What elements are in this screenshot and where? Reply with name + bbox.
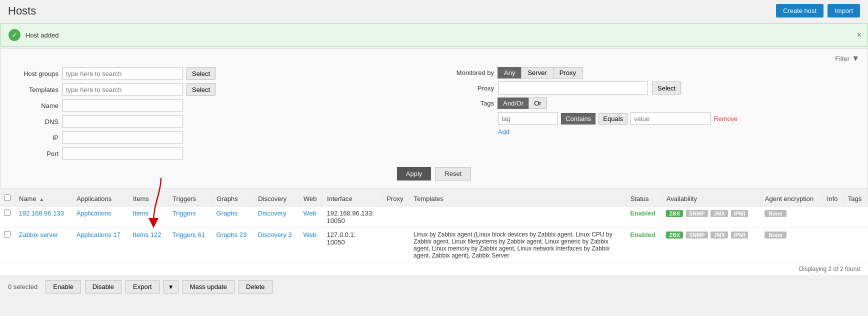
host-groups-select-button[interactable]: Select bbox=[186, 67, 216, 80]
row1-status-badge: Enabled bbox=[630, 210, 656, 217]
notification-close-button[interactable]: × bbox=[857, 30, 862, 40]
row1-ipmi-badge: IPMI bbox=[731, 210, 748, 217]
host-groups-input[interactable] bbox=[62, 67, 182, 80]
row2-availability: ZBX SNMP JMX IPMI bbox=[662, 228, 760, 262]
row1-items: Items bbox=[128, 206, 168, 228]
templates-select-button[interactable]: Select bbox=[186, 83, 216, 96]
tag-name-input[interactable] bbox=[498, 112, 558, 125]
row2-name-link[interactable]: Zabbix server bbox=[19, 231, 58, 238]
row1-graphs: Graphs bbox=[212, 206, 254, 228]
displaying-count: Displaying 2 of 2 found bbox=[0, 262, 868, 276]
row2-interface: 127.0.0.1:10050 bbox=[323, 228, 382, 262]
templates-input[interactable] bbox=[62, 83, 182, 96]
col-name[interactable]: Name ▲ bbox=[15, 191, 72, 206]
monitored-server-button[interactable]: Server bbox=[521, 67, 553, 78]
row2-checkbox-cell bbox=[0, 228, 15, 262]
row2-items: Items 122 bbox=[128, 228, 168, 262]
monitored-proxy-button[interactable]: Proxy bbox=[553, 67, 582, 78]
notification-message: Host added bbox=[26, 32, 59, 39]
monitored-any-button[interactable]: Any bbox=[498, 67, 522, 78]
row2-graphs: Graphs 23 bbox=[212, 228, 254, 262]
tags-label: Tags bbox=[444, 98, 494, 107]
row1-discovery-link[interactable]: Discovery bbox=[258, 210, 286, 217]
col-graphs: Graphs bbox=[212, 191, 254, 206]
col-tags: Tags bbox=[844, 191, 868, 206]
row1-availability: ZBX SNMP JMX IPMI bbox=[662, 206, 760, 228]
tag-or-button[interactable]: Or bbox=[528, 98, 546, 109]
row1-triggers: Triggers bbox=[168, 206, 212, 228]
filter-left: Host groups Select Templates Select Name… bbox=[8, 67, 424, 160]
col-availability: Availability bbox=[662, 191, 760, 206]
row1-checkbox[interactable] bbox=[4, 210, 10, 216]
notification-bar: ✓ Host added × bbox=[0, 24, 868, 46]
row2-discovery: Discovery 3 bbox=[254, 228, 300, 262]
proxy-input[interactable] bbox=[498, 82, 648, 94]
row1-name-link[interactable]: 192.168.96.133 bbox=[19, 210, 64, 217]
name-input[interactable] bbox=[62, 99, 182, 112]
row2-discovery-link[interactable]: Discovery 3 bbox=[258, 231, 292, 238]
proxy-select-button[interactable]: Select bbox=[652, 82, 681, 94]
delete-button[interactable]: Delete bbox=[238, 280, 272, 294]
row2-applications-link[interactable]: Applications 17 bbox=[76, 231, 120, 238]
ip-input[interactable] bbox=[62, 131, 182, 144]
col-encryption: Agent encryption bbox=[760, 191, 822, 206]
row2-ipmi-badge: IPMI bbox=[731, 232, 748, 238]
success-icon: ✓ bbox=[8, 29, 20, 41]
row2-triggers-link[interactable]: Triggers 61 bbox=[172, 231, 205, 238]
row2-status: Enabled bbox=[626, 228, 662, 262]
row1-items-link[interactable]: Items bbox=[132, 210, 148, 217]
mass-update-button[interactable]: Mass update bbox=[182, 280, 234, 294]
row2-proxy bbox=[382, 228, 410, 262]
row1-discovery: Discovery bbox=[254, 206, 300, 228]
row2-items-link[interactable]: Items 122 bbox=[132, 231, 161, 238]
name-label: Name bbox=[8, 102, 58, 110]
row2-web-link[interactable]: Web bbox=[304, 231, 317, 238]
row1-snmp-badge: SNMP bbox=[686, 210, 708, 217]
row1-status: Enabled bbox=[626, 206, 662, 228]
col-applications: Applications bbox=[72, 191, 129, 206]
row1-graphs-link[interactable]: Graphs bbox=[216, 210, 238, 217]
table-row: Zabbix server Applications 17 Items 122 bbox=[0, 228, 868, 262]
export-dropdown-button[interactable]: ▼ bbox=[164, 280, 178, 294]
tag-add-link[interactable]: Add bbox=[498, 128, 510, 136]
row1-tags bbox=[844, 206, 868, 228]
row1-name: 192.168.96.133 bbox=[15, 206, 72, 228]
tag-remove-link[interactable]: Remove bbox=[714, 115, 738, 122]
filter-section: Filter ▼ Host groups Select Templates Se… bbox=[0, 48, 868, 189]
tag-andor-button[interactable]: And/Or bbox=[498, 98, 529, 109]
row1-triggers-link[interactable]: Triggers bbox=[172, 210, 196, 217]
tag-contains-button[interactable]: Contains bbox=[561, 113, 596, 124]
row1-applications-link[interactable]: Applications bbox=[76, 210, 112, 217]
dns-label: DNS bbox=[8, 118, 58, 126]
import-button[interactable]: Import bbox=[828, 4, 860, 18]
tags-add-row: Add bbox=[498, 128, 738, 136]
row2-snmp-badge: SNMP bbox=[686, 232, 708, 238]
filter-label: Filter bbox=[835, 55, 850, 62]
select-all-checkbox[interactable] bbox=[4, 194, 10, 201]
host-groups-label: Host groups bbox=[8, 70, 58, 78]
row1-web-link[interactable]: Web bbox=[304, 210, 317, 217]
row2-zbx-badge: ZBX bbox=[666, 232, 683, 238]
port-input[interactable] bbox=[62, 147, 182, 160]
row1-applications: Applications bbox=[72, 206, 129, 228]
templates-label: Templates bbox=[8, 86, 58, 94]
dns-input[interactable] bbox=[62, 115, 182, 128]
reset-button[interactable]: Reset bbox=[435, 167, 471, 180]
enable-button[interactable]: Enable bbox=[46, 280, 80, 294]
row1-encryption: None bbox=[760, 206, 822, 228]
export-button[interactable]: Export bbox=[126, 280, 160, 294]
row2-checkbox[interactable] bbox=[4, 231, 10, 238]
tag-equals-button[interactable]: Equals bbox=[598, 113, 628, 124]
row2-jmx-badge: JMX bbox=[710, 232, 728, 238]
create-host-button[interactable]: Create host bbox=[776, 4, 824, 18]
tags-content: And/Or Or Contains Equals Remove Add bbox=[498, 98, 738, 136]
name-sort-icon: ▲ bbox=[39, 196, 44, 202]
apply-button[interactable]: Apply bbox=[397, 167, 432, 180]
row2-graphs-link[interactable]: Graphs 23 bbox=[216, 231, 247, 238]
col-templates: Templates bbox=[410, 191, 626, 206]
col-triggers: Triggers bbox=[168, 191, 212, 206]
row1-checkbox-cell bbox=[0, 206, 15, 228]
filter-actions: Apply Reset bbox=[8, 167, 860, 180]
disable-button[interactable]: Disable bbox=[85, 280, 122, 294]
tag-value-input[interactable] bbox=[630, 112, 710, 125]
